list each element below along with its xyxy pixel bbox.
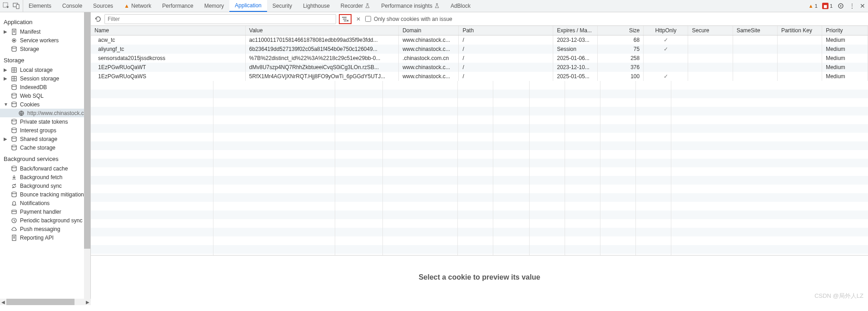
tab-performance-insights[interactable]: Performance insights: [376, 0, 445, 12]
only-issues-checkbox-input[interactable]: [365, 16, 371, 22]
only-issues-checkbox[interactable]: Only show cookies with an issue: [365, 16, 452, 22]
clear-filter-button[interactable]: [339, 14, 352, 24]
table-row[interactable]: sensorsdata2015jssdkcross%7B%22distinct_…: [91, 54, 868, 63]
column-header-partition-key[interactable]: Partition Key: [777, 26, 822, 35]
sidebar-item-session-storage[interactable]: ▶Session storage: [0, 74, 90, 83]
grid-icon: [11, 67, 17, 73]
cell-secure: [688, 72, 733, 81]
cell-size: 100: [598, 72, 644, 81]
sidebar-item-interest-groups[interactable]: Interest groups: [0, 126, 90, 135]
sidebar-item-reporting-api[interactable]: Reporting API: [0, 233, 90, 242]
tab-memory[interactable]: Memory: [199, 0, 229, 12]
caret-icon: ▶: [4, 29, 8, 34]
tab-console[interactable]: Console: [57, 0, 88, 12]
errors-badge[interactable]: ◼1: [822, 3, 833, 9]
sidebar-item-payment-handler[interactable]: Payment handler: [0, 207, 90, 216]
cell-domain: www.chinastock.c...: [399, 72, 459, 81]
grid-icon: [11, 75, 17, 82]
tab-recorder[interactable]: Recorder: [335, 0, 376, 12]
column-header-size[interactable]: Size: [598, 26, 644, 35]
sidebar-item-private-state-tokens[interactable]: Private state tokens: [0, 117, 90, 126]
sidebar-item-label: Manifest: [20, 29, 40, 35]
column-header-domain[interactable]: Domain: [399, 26, 459, 35]
more-menu-icon[interactable]: ⋮: [849, 2, 855, 10]
tab-security[interactable]: Security: [267, 0, 298, 12]
column-header-secure[interactable]: Secure: [688, 26, 733, 35]
sidebar-item-background-fetch[interactable]: Background fetch: [0, 173, 90, 181]
svg-point-12: [12, 93, 16, 95]
tab-adblock[interactable]: AdBlock: [445, 0, 476, 12]
sidebar-item-back-forward-cache[interactable]: Back/forward cache: [0, 164, 90, 173]
column-header-priority[interactable]: Priority: [822, 26, 868, 35]
sidebar-item-service-workers[interactable]: Service workers: [0, 36, 90, 45]
db-icon: [11, 127, 17, 134]
sidebar-item-local-storage[interactable]: ▶Local storage: [0, 65, 90, 74]
table-row[interactable]: acw_tcac11000117015814661878081edbb99ad3…: [91, 35, 868, 45]
column-header-name[interactable]: Name: [91, 26, 245, 35]
column-header-httponly[interactable]: HttpOnly: [644, 26, 688, 35]
tab-label: Performance insights: [381, 3, 432, 9]
cell-expires: 2025-01-05...: [553, 72, 598, 81]
sidebar-item-periodic-background-sync[interactable]: Periodic background sync: [0, 216, 90, 225]
sidebar-item-push-messaging[interactable]: Push messaging: [0, 225, 90, 233]
tab-label: Elements: [29, 3, 51, 9]
sidebar-item-cookies[interactable]: ▼Cookies: [0, 100, 90, 109]
sidebar-item-bounce-tracking-mitigations[interactable]: Bounce tracking mitigations: [0, 190, 90, 199]
cell-priority: Medium: [822, 54, 868, 63]
cell-name: 1EzPGwRUoQaWT: [91, 63, 245, 72]
caret-icon: ▶: [4, 136, 8, 141]
sidebar-scrollbar[interactable]: [84, 12, 90, 299]
tab-lighthouse[interactable]: Lighthouse: [298, 0, 335, 12]
tab-label: Security: [273, 3, 292, 9]
table-row[interactable]: 1EzPGwRUoQaWS5RfX1Mr4AGVjXNrRQT.Hjj8FO9y…: [91, 72, 868, 81]
cell-partkey: [777, 72, 822, 81]
cell-expires: 2025-01-06...: [553, 54, 598, 63]
db-icon: [11, 46, 17, 52]
sidebar-item-web-sql[interactable]: Web SQL: [0, 91, 90, 100]
sidebar-item-background-sync[interactable]: Background sync: [0, 181, 90, 190]
filter-input[interactable]: [104, 14, 336, 24]
tab-network[interactable]: ▲Network: [119, 0, 157, 12]
cell-path: /: [459, 72, 553, 81]
table-row[interactable]: aliyungf_tc6b236419dd527139f02c05a81f454…: [91, 45, 868, 54]
close-devtools-icon[interactable]: ✕: [860, 2, 865, 10]
cell-secure: [688, 63, 733, 72]
caret-icon: ▶: [4, 67, 8, 72]
settings-gear-icon[interactable]: [837, 2, 844, 10]
refresh-icon[interactable]: [94, 15, 102, 23]
sidebar-item-storage[interactable]: Storage: [0, 45, 90, 53]
table-row[interactable]: 1EzPGwRUoQaWTdMv8U7szp4NQ7RhhZkbtueeiCvq…: [91, 63, 868, 72]
cell-httponly: ✓: [644, 35, 688, 45]
inspect-icon[interactable]: [3, 2, 10, 10]
tab-performance[interactable]: Performance: [157, 0, 199, 12]
svg-point-15: [12, 119, 16, 121]
column-header-samesite[interactable]: SameSite: [733, 26, 777, 35]
sidebar-item-label: Background fetch: [20, 174, 62, 181]
column-header-value[interactable]: Value: [245, 26, 399, 35]
sidebar-child-http-www-chinastock-com[interactable]: http://www.chinastock.com: [0, 109, 90, 117]
cell-priority: Medium: [822, 72, 868, 81]
table-empty-area: [91, 81, 868, 255]
column-header-path[interactable]: Path: [459, 26, 553, 35]
sidebar-item-label: Interest groups: [20, 127, 56, 134]
column-header-expires-ma-[interactable]: Expires / Ma...: [553, 26, 598, 35]
sidebar-item-cache-storage[interactable]: Cache storage: [0, 143, 90, 152]
device-toggle-icon[interactable]: [13, 2, 20, 10]
sidebar-item-shared-storage[interactable]: ▶Shared storage: [0, 135, 90, 143]
devtools-tab-strip: ElementsConsoleSources▲NetworkPerformanc…: [0, 0, 868, 12]
sidebar-item-indexeddb[interactable]: IndexedDB: [0, 83, 90, 91]
clear-all-icon[interactable]: ✕: [354, 16, 362, 22]
tab-elements[interactable]: Elements: [23, 0, 57, 12]
svg-rect-23: [12, 235, 16, 241]
sidebar-item-manifest[interactable]: ▶Manifest: [0, 27, 90, 36]
warnings-badge[interactable]: ▲1: [808, 3, 818, 9]
cell-samesite: [733, 35, 777, 45]
tab-sources[interactable]: Sources: [88, 0, 119, 12]
cell-size: 75: [598, 45, 644, 54]
top-right-controls: ▲1 ◼1 ⋮ ✕: [808, 0, 868, 12]
tab-application[interactable]: Application: [229, 0, 267, 12]
sidebar-item-notifications[interactable]: Notifications: [0, 199, 90, 207]
sidebar-h-scrollbar[interactable]: ◀ ▶: [0, 299, 91, 305]
svg-point-7: [14, 40, 15, 41]
cell-name: 1EzPGwRUoQaWS: [91, 72, 245, 81]
